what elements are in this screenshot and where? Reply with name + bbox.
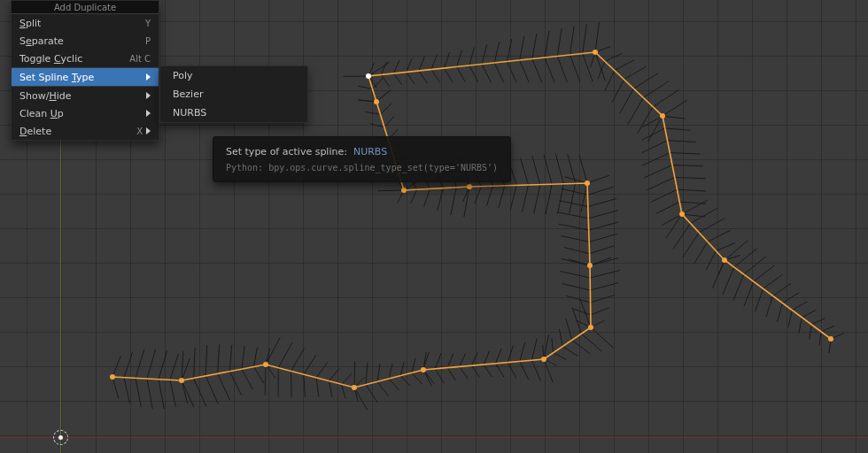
svg-line-11 [170,354,179,380]
menu-item2-2[interactable]: DeleteX [12,122,159,140]
spline-vertex[interactable] [401,188,407,193]
spline-vertex[interactable] [660,113,665,119]
svg-line-234 [642,128,665,140]
spline-vertex[interactable] [366,73,371,79]
svg-line-101 [562,283,590,290]
svg-line-209 [557,28,562,56]
svg-line-145 [464,187,469,217]
svg-line-204 [532,59,542,83]
svg-line-58 [423,370,434,384]
svg-line-7 [147,349,156,379]
submenu-item-2[interactable]: NURBS [160,104,307,122]
spline-vertex[interactable] [352,385,357,390]
svg-line-41 [329,368,339,380]
svg-line-172 [376,90,391,102]
spline-vertex[interactable] [541,357,546,362]
svg-line-219 [605,53,622,61]
svg-line-271 [763,274,783,288]
chevron-right-icon [146,73,151,81]
svg-line-51 [377,364,380,381]
svg-line-266 [733,274,744,301]
menu-item2-0[interactable]: Show/Hide [12,87,159,104]
svg-line-280 [810,325,811,340]
svg-line-111 [561,235,589,242]
svg-line-151 [424,188,430,206]
spline-vertex[interactable] [110,374,115,380]
svg-line-269 [754,265,775,281]
svg-line-72 [496,364,504,378]
svg-line-96 [591,308,609,315]
svg-line-274 [778,303,783,322]
svg-line-153 [411,189,417,203]
svg-line-8 [159,380,164,409]
submenu-item-1[interactable]: Bezier [160,85,307,104]
svg-line-197 [482,44,487,64]
svg-line-65 [447,354,453,368]
svg-line-123 [581,183,587,211]
svg-line-192 [457,67,466,82]
svg-line-26 [253,367,264,384]
svg-line-141 [475,187,481,204]
svg-line-236 [642,141,668,153]
svg-line-248 [662,214,682,226]
menu-item2-1[interactable]: Clean Up [12,104,159,122]
spline-vertex[interactable] [679,211,685,217]
svg-line-223 [624,66,647,80]
svg-line-139 [486,186,492,205]
svg-line-228 [638,107,654,134]
svg-line-87 [559,329,562,347]
svg-line-16 [194,378,206,406]
menu-item-0[interactable]: SplitY [12,14,159,32]
svg-line-255 [699,219,725,233]
svg-line-17 [194,348,196,379]
spline-vertex[interactable] [374,99,379,104]
svg-line-84 [554,353,567,360]
spline-type-submenu: PolyBezierNURBS [159,65,308,123]
svg-line-243 [675,177,705,178]
spline-vertex[interactable] [593,50,598,55]
spline-vertex[interactable] [263,362,268,367]
svg-line-47 [354,362,355,388]
svg-line-149 [438,188,444,211]
chevron-right-icon [146,92,151,99]
svg-line-89 [566,319,572,340]
svg-line-196 [482,65,491,82]
spline-vertex[interactable] [588,325,593,330]
svg-line-264 [723,267,734,295]
svg-line-120 [587,175,609,183]
menu-item-1[interactable]: SeparateP [12,32,159,50]
svg-line-98 [591,296,615,303]
svg-line-20 [218,373,230,400]
spline-vertex[interactable] [585,180,590,186]
svg-line-69 [471,353,477,366]
svg-line-198 [494,63,503,82]
svg-line-283 [821,326,834,332]
spline-vertex[interactable] [179,378,184,383]
svg-line-54 [400,376,410,387]
svg-line-246 [656,202,680,213]
spline-vertex[interactable] [828,336,833,342]
spline-vertex[interactable] [587,263,593,268]
spline-vertex[interactable] [467,184,472,189]
svg-line-267 [744,257,766,274]
svg-line-2 [124,378,130,403]
svg-line-147 [451,188,456,215]
svg-line-5 [136,349,144,378]
svg-line-22 [229,372,241,395]
svg-line-199 [494,42,500,63]
menu-item-2[interactable]: Toggle CyclicAlt C [12,50,159,67]
svg-line-220 [605,71,615,91]
svg-line-99 [566,296,590,303]
svg-line-257 [708,230,731,242]
spline-vertex[interactable] [722,257,727,263]
svg-line-10 [170,380,175,406]
menu-set-spline-type[interactable]: Set Spline Type [12,68,159,86]
submenu-item-0[interactable]: Poly [160,66,307,85]
svg-line-52 [389,379,399,390]
svg-line-77 [520,342,525,362]
svg-line-76 [520,361,529,379]
svg-line-25 [242,346,244,369]
svg-line-66 [460,366,468,378]
spline-vertex[interactable] [421,367,426,372]
tooltip-desc: Set type of active spline: [226,146,347,157]
